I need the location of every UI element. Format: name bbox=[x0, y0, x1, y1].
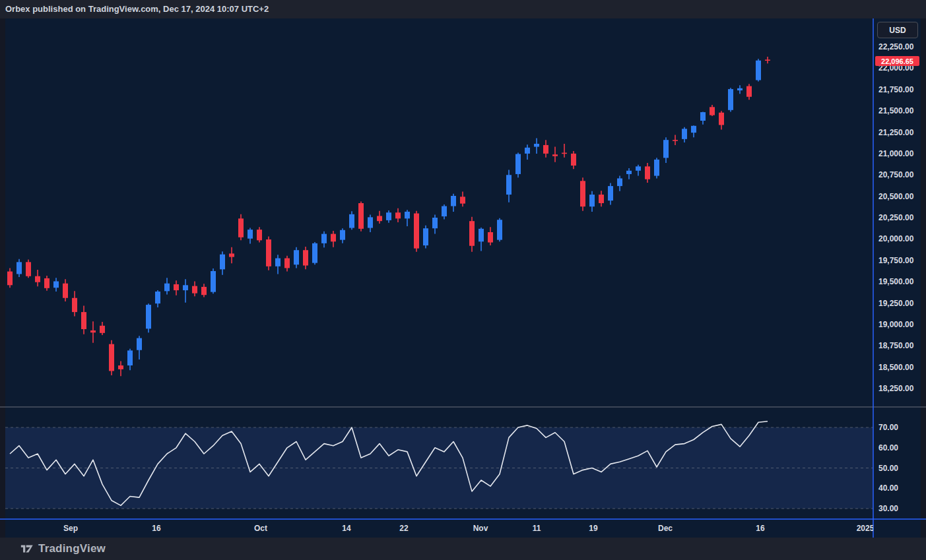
candle-body-up bbox=[654, 160, 659, 176]
time-axis-label[interactable]: Nov bbox=[473, 524, 488, 533]
candle-body-up bbox=[737, 88, 743, 90]
candle-body-down bbox=[673, 140, 678, 141]
price-axis-label[interactable]: 18,500.00 bbox=[878, 363, 914, 372]
candle-body-up bbox=[137, 338, 142, 350]
price-axis-label[interactable]: 20,250.00 bbox=[878, 213, 914, 222]
price-axis-label[interactable]: 22,250.00 bbox=[878, 42, 914, 51]
candle-body-up bbox=[155, 292, 160, 303]
time-axis-label[interactable]: 2025 bbox=[857, 524, 875, 533]
candle-body-up bbox=[534, 144, 539, 147]
candle-body-up bbox=[756, 61, 761, 80]
candle-body-up bbox=[479, 229, 484, 241]
footer-bar: TradingView bbox=[0, 538, 926, 560]
rsi-axis-label[interactable]: 70.00 bbox=[878, 423, 898, 432]
candle-body-down bbox=[746, 86, 752, 97]
time-axis-label[interactable]: 11 bbox=[533, 524, 541, 533]
candle-body-up bbox=[663, 140, 669, 158]
candle-body-down bbox=[488, 232, 493, 243]
price-axis-label[interactable]: 18,250.00 bbox=[878, 384, 914, 393]
price-axis-label[interactable]: 20,750.00 bbox=[878, 170, 914, 179]
time-axis-label[interactable]: Dec bbox=[658, 524, 673, 533]
candle-body-up bbox=[423, 228, 428, 245]
candle-body-up bbox=[506, 175, 512, 195]
candle-body-down bbox=[331, 234, 336, 242]
tradingview-logo-icon[interactable] bbox=[20, 542, 34, 556]
price-axis-label[interactable]: 18,750.00 bbox=[878, 341, 914, 350]
candle-body-up bbox=[183, 285, 188, 290]
price-axis-label[interactable]: 21,500.00 bbox=[878, 106, 914, 115]
rsi-axis-label[interactable]: 40.00 bbox=[878, 483, 898, 493]
candle-body-down bbox=[192, 286, 197, 294]
price-axis-label[interactable]: 19,250.00 bbox=[878, 299, 914, 308]
last-price-badge: 22,096.65 bbox=[875, 56, 919, 66]
candle-body-down bbox=[580, 181, 585, 206]
candle-body-up bbox=[211, 271, 216, 292]
candle-body-up bbox=[608, 186, 613, 201]
candle-body-down bbox=[266, 239, 271, 266]
candle-body-down bbox=[238, 218, 244, 237]
candle-body-down bbox=[90, 330, 96, 332]
candle-body-up bbox=[312, 243, 317, 263]
right-edge-strip bbox=[921, 18, 926, 538]
candle-body-down bbox=[303, 250, 308, 265]
left-edge-strip bbox=[0, 18, 5, 538]
candle-body-down bbox=[571, 154, 576, 166]
time-axis-label[interactable]: 16 bbox=[756, 524, 765, 533]
candle-body-up bbox=[248, 230, 253, 239]
candle-body-down bbox=[284, 259, 290, 268]
candle-body-up bbox=[127, 350, 133, 365]
rsi-axis-label[interactable]: 50.00 bbox=[878, 464, 898, 473]
candle-body-down bbox=[72, 298, 77, 312]
candle-body-down bbox=[765, 59, 770, 61]
time-axis-label[interactable]: 14 bbox=[342, 524, 351, 533]
time-axis-label[interactable]: Sep bbox=[63, 524, 78, 533]
candle-body-down bbox=[81, 312, 86, 329]
candle-body-down bbox=[395, 212, 401, 218]
time-axis-label[interactable]: Oct bbox=[254, 524, 267, 533]
time-axis-label[interactable]: 22 bbox=[399, 524, 409, 533]
candle-body-down bbox=[645, 166, 650, 179]
candle-body-up bbox=[700, 112, 706, 121]
candle-body-up bbox=[691, 126, 696, 133]
candle-body-up bbox=[432, 218, 438, 228]
price-chart[interactable]: 22,250.0022,000.0021,750.0021,500.0021,2… bbox=[0, 0, 926, 560]
candle-body-up bbox=[164, 284, 170, 292]
price-axis-label[interactable]: 19,000.00 bbox=[878, 320, 914, 329]
candle-body-up bbox=[497, 220, 502, 239]
candle-body-up bbox=[617, 178, 622, 186]
candle-body-up bbox=[294, 250, 299, 264]
candle-body-up bbox=[636, 166, 641, 170]
candle-body-up bbox=[451, 196, 456, 206]
rsi-axis-label[interactable]: 60.00 bbox=[878, 443, 898, 452]
candle-body-up bbox=[442, 206, 447, 217]
candle-body-down bbox=[109, 344, 114, 371]
currency-selector-button[interactable]: USD bbox=[877, 22, 918, 38]
candle-body-up bbox=[525, 148, 530, 154]
candle-body-up bbox=[682, 129, 687, 139]
candle-body-up bbox=[728, 89, 733, 110]
price-axis-label[interactable]: 21,250.00 bbox=[878, 128, 914, 137]
tradingview-brand-text[interactable]: TradingView bbox=[38, 542, 106, 555]
candle-body-down bbox=[63, 284, 68, 298]
time-axis-label[interactable]: 16 bbox=[152, 524, 161, 533]
candle-body-up bbox=[405, 212, 410, 218]
price-axis-label[interactable]: 21,000.00 bbox=[878, 149, 914, 158]
price-axis-label[interactable]: 19,500.00 bbox=[878, 277, 914, 286]
price-axis-label[interactable]: 19,750.00 bbox=[878, 256, 914, 265]
candle-body-down bbox=[174, 284, 179, 290]
candle-body-down bbox=[44, 278, 50, 288]
candle-body-up bbox=[340, 230, 345, 240]
currency-label: USD bbox=[889, 26, 906, 35]
candle-body-down bbox=[377, 216, 382, 221]
candle-body-down bbox=[469, 221, 475, 246]
candle-body-down bbox=[118, 365, 123, 369]
price-axis-label[interactable]: 21,750.00 bbox=[878, 85, 914, 94]
candle-body-up bbox=[626, 171, 632, 174]
published-info: Orbex published on TradingView.com, Dec … bbox=[5, 4, 269, 14]
rsi-axis-label[interactable]: 30.00 bbox=[878, 504, 898, 513]
candle-body-down bbox=[257, 230, 262, 240]
time-axis-label[interactable]: 19 bbox=[589, 524, 598, 533]
candle-body-up bbox=[515, 154, 521, 174]
price-axis-label[interactable]: 20,000.00 bbox=[878, 234, 914, 243]
price-axis-label[interactable]: 20,500.00 bbox=[878, 192, 914, 201]
